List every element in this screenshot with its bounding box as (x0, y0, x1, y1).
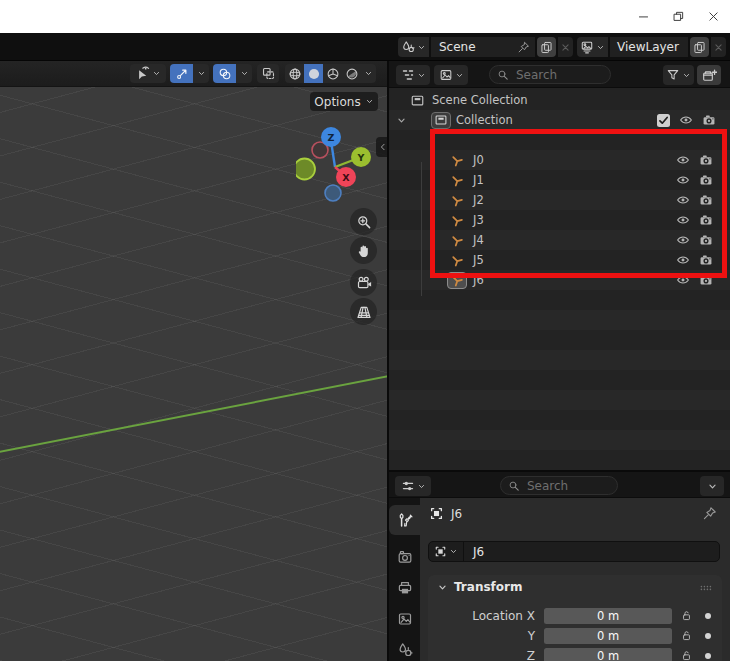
tab-view-layer[interactable] (389, 604, 420, 634)
panel-collapse-chevron[interactable] (437, 582, 448, 593)
properties-search-input[interactable] (525, 478, 610, 494)
remove-viewlayer-button[interactable] (711, 37, 726, 57)
tab-render[interactable] (389, 542, 420, 572)
shading-rendered-button[interactable] (342, 64, 361, 83)
transform-value-slider[interactable]: 0 m (544, 648, 672, 661)
overlays-dropdown[interactable] (236, 64, 252, 83)
eye-icon[interactable] (676, 213, 690, 227)
collection-icon-box[interactable] (431, 112, 451, 129)
object-name[interactable]: J2 (473, 193, 484, 207)
chevron-down-icon (417, 71, 426, 80)
new-viewlayer-button[interactable] (690, 37, 709, 57)
close-x-icon (713, 42, 724, 53)
lock-open-icon[interactable] (680, 649, 693, 661)
camera-restrict-icon[interactable] (699, 213, 713, 227)
scene-collection-row[interactable]: Scene Collection (389, 90, 730, 110)
zoom-tool-button[interactable] (350, 208, 377, 235)
axis-ball-neg-y[interactable] (296, 159, 315, 180)
toggle-perspective-button[interactable] (350, 298, 377, 325)
eye-icon[interactable] (676, 193, 690, 207)
maximize-restore-button[interactable] (661, 0, 695, 33)
camera-restrict-icon[interactable] (699, 233, 713, 247)
pin-icon[interactable] (517, 41, 530, 54)
show-gizmos-toggle[interactable] (170, 64, 193, 83)
outliner-object-row[interactable]: J6 (389, 270, 730, 290)
camera-restrict-icon[interactable] (699, 153, 713, 167)
tab-scene[interactable] (389, 635, 420, 661)
xray-toggle[interactable] (257, 64, 279, 83)
object-name-field[interactable]: J6 (428, 541, 720, 562)
outliner-object-row[interactable]: J2 (389, 190, 730, 210)
object-name[interactable]: J1 (473, 173, 484, 187)
object-name[interactable]: J0 (473, 153, 484, 167)
view-object-types-dropdown[interactable] (130, 64, 166, 83)
pin-icon[interactable] (702, 506, 717, 521)
properties-options-dropdown[interactable] (700, 476, 724, 496)
new-scene-button[interactable] (537, 37, 556, 57)
outliner-object-row[interactable]: J0 (389, 150, 730, 170)
outliner-editor-type-dropdown[interactable] (396, 65, 430, 85)
delete-scene-button[interactable] (558, 37, 573, 57)
camera-restrict-icon[interactable] (699, 253, 713, 267)
scene-name-field[interactable]: Scene (431, 37, 535, 57)
options-dropdown[interactable]: Options (310, 92, 378, 111)
lock-open-icon[interactable] (680, 629, 693, 642)
eye-icon[interactable] (676, 253, 690, 267)
solid-sphere-icon (307, 67, 321, 81)
minimize-button[interactable] (626, 0, 660, 33)
object-name[interactable]: J4 (473, 233, 484, 247)
eye-icon[interactable] (676, 153, 690, 167)
gizmos-dropdown[interactable] (193, 64, 209, 83)
transform-value-slider[interactable]: 0 m (544, 608, 672, 624)
camera-restrict-icon[interactable] (702, 113, 716, 127)
properties-editor-type-dropdown[interactable] (395, 476, 431, 496)
object-id-dropdown[interactable] (429, 542, 464, 561)
chevron-down-icon (152, 69, 161, 78)
outliner-editor-icon (401, 68, 415, 82)
exclude-checkbox[interactable] (657, 114, 670, 127)
eye-icon[interactable] (679, 113, 693, 127)
outliner-filter-dropdown[interactable] (663, 65, 694, 85)
object-name[interactable]: J5 (473, 253, 484, 267)
shading-solid-button[interactable] (304, 64, 323, 83)
eye-icon[interactable] (676, 273, 690, 287)
collection-row[interactable]: Collection (389, 110, 730, 130)
camera-restrict-icon[interactable] (699, 193, 713, 207)
viewlayer-browse-button[interactable] (577, 37, 608, 57)
animate-dot[interactable] (705, 613, 711, 619)
tab-tool[interactable] (389, 505, 420, 535)
duplicate-icon (693, 41, 706, 54)
camera-view-button[interactable] (350, 269, 377, 296)
tab-output[interactable] (389, 573, 420, 603)
lock-open-icon[interactable] (680, 609, 693, 622)
viewlayer-name-field[interactable]: ViewLayer (610, 37, 688, 57)
pan-tool-button[interactable] (350, 237, 377, 264)
object-name[interactable]: J3 (473, 213, 484, 227)
outliner-object-row[interactable]: J4 (389, 230, 730, 250)
eye-icon[interactable] (676, 233, 690, 247)
show-overlays-toggle[interactable] (213, 64, 236, 83)
object-icon-box (447, 152, 467, 169)
shading-wireframe-button[interactable] (285, 64, 304, 83)
object-name[interactable]: J6 (473, 273, 484, 287)
shading-dropdown[interactable] (361, 64, 376, 83)
outliner-search-input[interactable] (514, 67, 603, 83)
outliner-object-row[interactable]: J3 (389, 210, 730, 230)
scene-browse-button[interactable] (398, 37, 429, 57)
camera-restrict-icon[interactable] (699, 173, 713, 187)
eye-icon[interactable] (676, 173, 690, 187)
outliner-object-row[interactable]: J1 (389, 170, 730, 190)
animate-dot[interactable] (705, 653, 711, 659)
panel-grip-icon[interactable] (698, 580, 714, 596)
shading-material-button[interactable] (323, 64, 342, 83)
animate-dot[interactable] (705, 633, 711, 639)
close-button[interactable] (696, 0, 730, 33)
axis-ball-neg-z[interactable] (325, 185, 341, 201)
camera-restrict-icon[interactable] (699, 273, 713, 287)
new-collection-button[interactable] (697, 65, 721, 85)
navigation-gizmo[interactable]: Z Y X (296, 124, 388, 208)
outliner-display-mode-dropdown[interactable] (434, 65, 468, 85)
expand-chevron-icon[interactable] (396, 115, 407, 126)
outliner-object-row[interactable]: J5 (389, 250, 730, 270)
transform-value-slider[interactable]: 0 m (544, 628, 672, 644)
